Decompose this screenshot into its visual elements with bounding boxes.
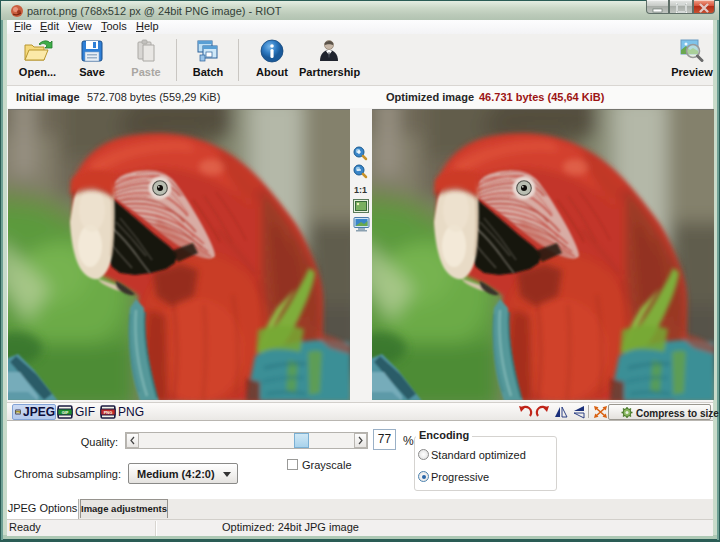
svg-text:PNG: PNG <box>104 410 113 415</box>
svg-text:GIF: GIF <box>62 410 69 415</box>
